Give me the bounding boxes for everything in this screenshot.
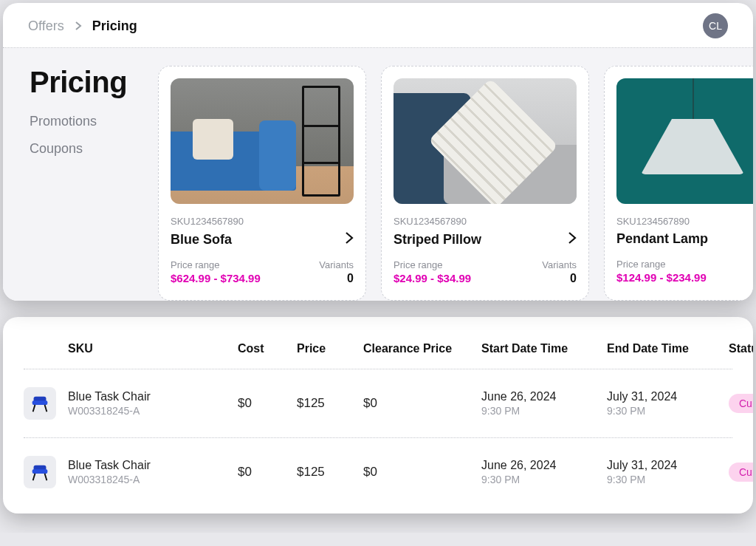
col-end: End Date Time	[607, 342, 729, 355]
price-range-label: Price range	[171, 259, 261, 270]
svg-line-6	[33, 474, 35, 480]
avatar[interactable]: CL	[703, 13, 728, 38]
status-badge: Current	[729, 394, 753, 413]
svg-rect-1	[32, 400, 48, 405]
product-thumb	[24, 387, 56, 420]
top-body: Pricing Promotions Coupons SKU1234567890…	[3, 48, 753, 301]
product-thumb	[24, 456, 56, 488]
start-time: 9:30 PM	[481, 474, 607, 485]
svg-line-2	[33, 405, 35, 412]
col-sku: SKU	[68, 342, 238, 355]
row-start: June 26, 2024 9:30 PM	[481, 390, 607, 417]
variants-label: Variants	[319, 259, 354, 270]
product-name: Pendant Lamp	[616, 231, 708, 247]
variants-count: 0	[570, 272, 577, 285]
breadcrumb-current: Pricing	[92, 18, 137, 34]
svg-rect-5	[32, 469, 48, 474]
col-status: Status	[729, 342, 753, 355]
sidebar-link-coupons[interactable]: Coupons	[30, 141, 137, 157]
price-range-label: Price range	[394, 259, 471, 270]
product-image	[171, 78, 354, 204]
breadcrumb-parent[interactable]: Offers	[28, 18, 64, 34]
row-price: $125	[297, 396, 363, 411]
chevron-right-icon[interactable]	[568, 231, 577, 248]
product-sku: SKU1234567890	[171, 216, 354, 227]
breadcrumb: Offers Pricing	[28, 18, 137, 34]
product-cards: SKU1234567890 Blue Sofa Price range $624…	[158, 66, 753, 301]
table-row[interactable]: Blue Task Chair W003318245-A $0 $125 $0 …	[24, 438, 732, 506]
row-start: June 26, 2024 9:30 PM	[481, 459, 607, 485]
row-clearance: $0	[363, 465, 481, 480]
header: Offers Pricing CL	[3, 3, 753, 47]
product-name: Striped Pillow	[394, 232, 481, 248]
price-range-label: Price range	[616, 259, 707, 270]
row-status: Current	[729, 463, 753, 482]
variants-label: Variants	[542, 259, 577, 270]
product-card[interactable]: SKU1234567890 Striped Pillow Price range…	[381, 66, 589, 301]
chevron-right-icon[interactable]	[345, 231, 354, 248]
product-name: Blue Sofa	[171, 232, 232, 248]
table-row[interactable]: Blue Task Chair W003318245-A $0 $125 $0 …	[24, 369, 732, 437]
product-card[interactable]: SKU1234567890 Pendant Lamp Price range $…	[604, 66, 753, 301]
page-title: Pricing	[30, 66, 137, 99]
price-range: $624.99 - $734.99	[171, 272, 261, 284]
row-sku: W003318245-A	[68, 474, 238, 485]
svg-line-3	[45, 405, 47, 412]
svg-line-7	[45, 474, 47, 480]
sku-cell: Blue Task Chair W003318245-A	[68, 390, 238, 417]
chevron-right-icon	[75, 18, 82, 34]
price-range: $24.99 - $34.99	[394, 272, 471, 284]
pricing-table-panel: SKU Cost Price Clearance Price Start Dat…	[3, 317, 753, 513]
end-time: 9:30 PM	[607, 474, 729, 485]
row-price: $125	[297, 465, 363, 480]
row-cost: $0	[238, 396, 297, 411]
row-end: July 31, 2024 9:30 PM	[607, 390, 729, 417]
product-image	[616, 78, 753, 204]
product-sku: SKU1234567890	[616, 216, 753, 227]
row-clearance: $0	[363, 396, 481, 411]
col-cost: Cost	[238, 342, 297, 355]
sku-cell: Blue Task Chair W003318245-A	[68, 459, 238, 485]
col-price: Price	[297, 342, 363, 355]
variants-count: 0	[347, 272, 354, 285]
product-image	[394, 78, 577, 204]
end-date: July 31, 2024	[607, 459, 729, 472]
start-time: 9:30 PM	[481, 405, 607, 417]
row-sku: W003318245-A	[68, 405, 238, 417]
price-range: $124.99 - $234.99	[616, 271, 707, 284]
status-badge: Current	[729, 463, 753, 482]
end-time: 9:30 PM	[607, 405, 729, 417]
row-name: Blue Task Chair	[68, 390, 238, 403]
row-name: Blue Task Chair	[68, 459, 238, 472]
end-date: July 31, 2024	[607, 390, 729, 403]
col-start: Start Date Time	[481, 342, 607, 355]
pricing-panel: Offers Pricing CL Pricing Promotions Cou…	[3, 3, 753, 301]
row-cost: $0	[238, 465, 297, 480]
sidebar: Pricing Promotions Coupons	[3, 66, 158, 301]
row-end: July 31, 2024 9:30 PM	[607, 459, 729, 485]
sidebar-link-promotions[interactable]: Promotions	[30, 114, 137, 129]
table-header: SKU Cost Price Clearance Price Start Dat…	[24, 335, 732, 369]
product-card[interactable]: SKU1234567890 Blue Sofa Price range $624…	[158, 66, 366, 301]
col-clearance: Clearance Price	[363, 342, 481, 355]
start-date: June 26, 2024	[481, 390, 607, 403]
product-sku: SKU1234567890	[394, 216, 577, 227]
start-date: June 26, 2024	[481, 459, 607, 472]
row-status: Current	[729, 394, 753, 413]
